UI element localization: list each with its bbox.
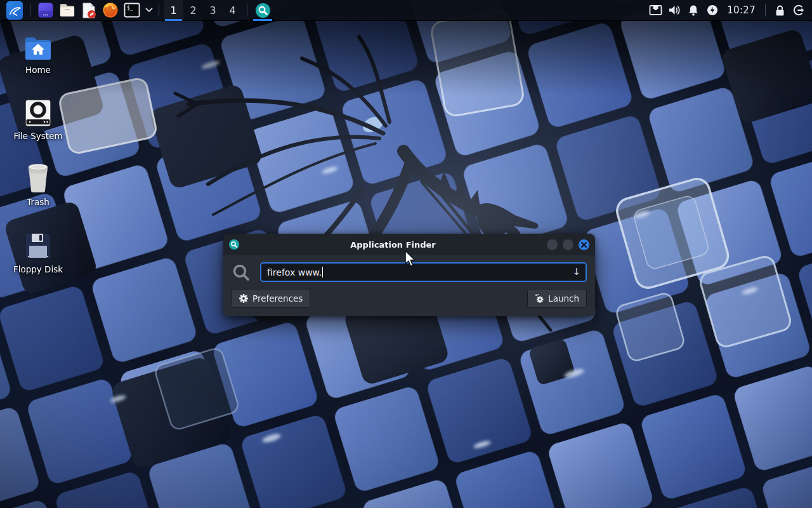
taskbar-application-finder[interactable] bbox=[252, 0, 273, 21]
launcher-firefox[interactable] bbox=[100, 0, 121, 21]
desktop-icon-floppy-disk[interactable]: Floppy Disk bbox=[3, 231, 74, 274]
network-tray-item[interactable] bbox=[646, 0, 665, 21]
text-editor-icon bbox=[81, 2, 97, 19]
desktop: Home File System Trash Floppy Di bbox=[0, 0, 812, 508]
volume-icon bbox=[668, 4, 681, 16]
kali-menu-icon bbox=[8, 3, 22, 18]
file-manager-icon bbox=[59, 3, 75, 18]
desktop-icon-label: File System bbox=[13, 131, 62, 141]
panel-separator bbox=[30, 4, 30, 17]
filesystem-drive-icon bbox=[25, 99, 51, 127]
entry-dropdown-arrow-icon[interactable]: ↓ bbox=[572, 267, 580, 277]
search-input-value: firefox www. bbox=[267, 267, 322, 277]
notifications-tray-item[interactable] bbox=[684, 0, 703, 21]
chevron-down-icon bbox=[145, 8, 153, 13]
close-icon bbox=[581, 242, 587, 248]
clock[interactable]: 10:27 bbox=[722, 4, 761, 16]
terminal-menu-chevron[interactable] bbox=[144, 0, 154, 21]
search-icon bbox=[232, 263, 251, 282]
lock-screen-button[interactable] bbox=[770, 0, 789, 21]
desktop-icon-label: Home bbox=[25, 65, 51, 75]
workspace-label: 3 bbox=[209, 4, 216, 17]
trash-icon bbox=[25, 163, 51, 193]
workspace-1[interactable]: 1 bbox=[164, 0, 183, 21]
svg-text:$_: $_ bbox=[127, 5, 133, 11]
window-title: Application Finder bbox=[239, 240, 547, 250]
home-folder-icon bbox=[23, 34, 53, 61]
volume-tray-item[interactable] bbox=[665, 0, 684, 21]
search-input[interactable]: firefox www. ↓ bbox=[260, 262, 587, 282]
workspace-label: 2 bbox=[190, 4, 196, 17]
launch-button-label: Launch bbox=[548, 293, 579, 304]
workspace-label: 4 bbox=[229, 4, 235, 17]
workspace-4[interactable]: 4 bbox=[223, 0, 242, 21]
application-finder-window: Application Finder firefox www. bbox=[223, 234, 595, 316]
top-panel: $_ 1 2 3 4 bbox=[0, 0, 812, 21]
applications-menu-button[interactable] bbox=[4, 0, 25, 21]
desktop-icon-label: Trash bbox=[27, 197, 49, 207]
application-finder-icon bbox=[229, 239, 239, 250]
application-finder-icon bbox=[256, 3, 270, 18]
launch-icon bbox=[535, 294, 544, 303]
text-caret bbox=[322, 267, 323, 277]
workspace-2[interactable]: 2 bbox=[183, 0, 203, 21]
power-manager-tray-item[interactable] bbox=[703, 0, 722, 21]
panel-separator bbox=[765, 4, 766, 17]
desktop-icon-home[interactable]: Home bbox=[3, 34, 74, 75]
launch-button[interactable]: Launch bbox=[527, 289, 587, 308]
desktop-icon-label: Floppy Disk bbox=[13, 265, 63, 274]
mouse-cursor bbox=[404, 250, 418, 268]
desktop-icon-trash[interactable]: Trash bbox=[3, 163, 74, 207]
panel-separator bbox=[159, 4, 159, 17]
preferences-button-label: Preferences bbox=[252, 293, 303, 304]
workspace-label: 1 bbox=[170, 4, 176, 17]
desktop-icon-file-system[interactable]: File System bbox=[3, 99, 74, 141]
terminal-icon: $_ bbox=[124, 2, 140, 18]
firefox-icon bbox=[102, 2, 119, 18]
preferences-button[interactable]: Preferences bbox=[232, 289, 310, 308]
close-button[interactable] bbox=[579, 239, 589, 250]
logout-icon bbox=[792, 4, 805, 17]
window-app-icon bbox=[37, 2, 54, 18]
launcher-text-editor[interactable] bbox=[78, 0, 100, 21]
lock-icon bbox=[775, 4, 785, 17]
launcher-file-manager[interactable] bbox=[56, 0, 78, 21]
power-manager-icon bbox=[707, 4, 718, 16]
floppy-disk-icon bbox=[23, 231, 53, 260]
network-icon bbox=[649, 4, 662, 16]
logout-button[interactable] bbox=[789, 0, 808, 21]
bell-icon bbox=[688, 4, 699, 17]
launcher-terminal[interactable]: $_ bbox=[121, 0, 143, 21]
launcher-app-window[interactable] bbox=[35, 0, 56, 21]
maximize-button[interactable] bbox=[563, 239, 573, 250]
panel-separator bbox=[247, 4, 247, 17]
workspace-3[interactable]: 3 bbox=[203, 0, 223, 21]
gear-icon bbox=[239, 294, 248, 303]
minimize-button[interactable] bbox=[547, 239, 558, 250]
